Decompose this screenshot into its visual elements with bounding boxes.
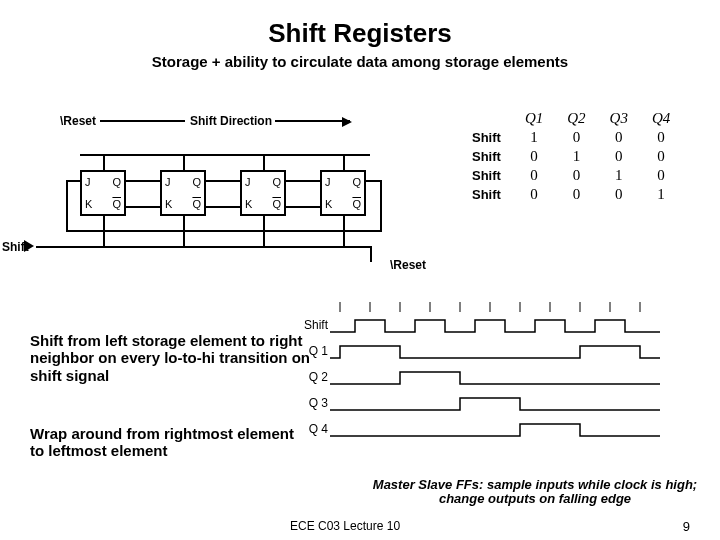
timing-wave-q2 — [330, 368, 680, 388]
footer-note: Master Slave FFs: sample inputs while cl… — [370, 478, 700, 507]
pin-q: Q — [112, 176, 121, 188]
reset-label: \Reset — [60, 114, 96, 128]
table-row: Shift 00 01 — [460, 186, 682, 205]
wire — [126, 206, 160, 208]
paragraph-wrap-desc: Wrap around from rightmost element to le… — [30, 425, 310, 460]
pin-qbar: Q — [112, 198, 121, 210]
wire — [103, 216, 105, 248]
wire — [183, 216, 185, 248]
reset-low-label: \Reset — [390, 258, 426, 272]
timing-wave-q4 — [330, 420, 680, 440]
col-q4: Q4 — [640, 110, 682, 129]
footer-lecture: ECE C03 Lecture 10 — [290, 519, 400, 533]
pin-j: J — [165, 176, 171, 188]
flipflop-3: J K Q Q — [240, 170, 286, 216]
wire — [366, 180, 380, 182]
wire — [66, 180, 80, 182]
pin-q: Q — [272, 176, 281, 188]
table-row: Shift 01 00 — [460, 148, 682, 167]
wire — [66, 180, 68, 232]
wire — [103, 154, 105, 170]
timing-label-q3: Q 3 — [300, 396, 328, 410]
paragraph-shift-desc: Shift from left storage element to right… — [30, 332, 310, 384]
wire — [183, 154, 185, 170]
timing-wave-shift — [330, 316, 680, 336]
pin-qbar: Q — [272, 198, 281, 210]
timing-wave-q1 — [330, 342, 680, 362]
bus-reset — [80, 154, 370, 156]
wire — [343, 154, 345, 170]
wire — [206, 180, 240, 182]
pin-k: K — [85, 198, 92, 210]
pin-j: J — [325, 176, 331, 188]
page-number: 9 — [683, 519, 690, 534]
flipflop-4: J K Q Q — [320, 170, 366, 216]
pin-qbar: Q — [192, 198, 201, 210]
flipflop-1: J K Q Q — [80, 170, 126, 216]
state-table: Q1 Q2 Q3 Q4 Shift 10 00 Shift 01 00 Shif… — [460, 110, 682, 205]
page-title: Shift Registers — [0, 18, 720, 49]
table-row: Shift 10 00 — [460, 129, 682, 148]
flipflop-2: J K Q Q — [160, 170, 206, 216]
page-subtitle: Storage + ability to circulate data amon… — [0, 53, 720, 70]
reset-wire — [100, 120, 185, 122]
circuit-diagram: \Reset Shift Direction J K Q Q J K Q Q J… — [60, 110, 410, 280]
pin-q: Q — [352, 176, 361, 188]
wire — [370, 246, 372, 262]
wire — [263, 216, 265, 248]
timing-wave-q3 — [330, 394, 680, 414]
col-q2: Q2 — [555, 110, 597, 129]
wire — [66, 230, 382, 232]
timing-label-shift: Shift — [300, 318, 328, 332]
wire — [286, 180, 320, 182]
shift-direction-arrow-icon — [275, 120, 350, 122]
col-q3: Q3 — [598, 110, 640, 129]
timing-ticks — [330, 300, 680, 314]
pin-k: K — [165, 198, 172, 210]
pin-j: J — [85, 176, 91, 188]
bus-shift — [36, 246, 370, 248]
table-row: Shift 00 10 — [460, 167, 682, 186]
wire — [126, 180, 160, 182]
pin-k: K — [245, 198, 252, 210]
wire — [380, 180, 382, 232]
clock-icon — [24, 240, 34, 252]
timing-diagram: Shift Q 1 Q 2 Q 3 Q 4 — [330, 300, 680, 470]
wire — [286, 206, 320, 208]
pin-j: J — [245, 176, 251, 188]
wire — [263, 154, 265, 170]
col-q1: Q1 — [513, 110, 555, 129]
wire — [343, 216, 345, 248]
pin-q: Q — [192, 176, 201, 188]
pin-qbar: Q — [352, 198, 361, 210]
wire — [206, 206, 240, 208]
pin-k: K — [325, 198, 332, 210]
shift-direction-label: Shift Direction — [190, 114, 272, 128]
